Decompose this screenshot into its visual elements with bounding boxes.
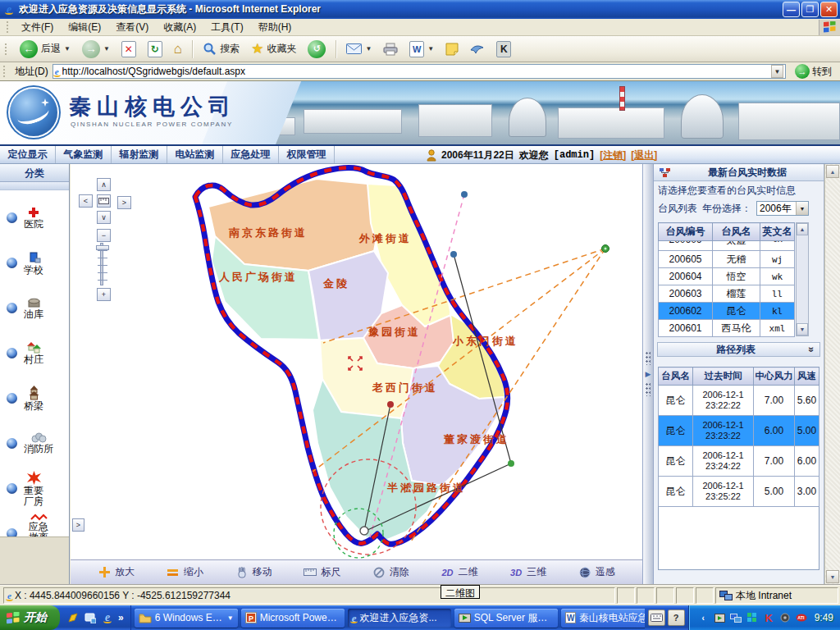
scroll-down-icon[interactable]: ▼ [797,323,808,336]
sidebar-layer-item[interactable]: 医院 [0,195,69,240]
menu-item[interactable]: 帮助(H) [251,20,299,34]
favorites-button[interactable]: ★ 收藏夹 [247,39,300,59]
pan-left-button[interactable]: < [79,194,93,208]
map-tool-button[interactable]: 2D二维 [441,565,477,579]
map-tool-button[interactable]: 缩小 [167,565,203,579]
page-scroll-down-icon[interactable]: ▼ [826,570,839,583]
menu-item[interactable]: 收藏(A) [156,20,203,34]
quicklaunch-pen-icon[interactable] [66,611,80,624]
panel-splitter[interactable]: ▶ [642,164,654,584]
table-row[interactable]: 200605无稽wj [659,251,795,268]
group-dropdown-icon[interactable]: ▼ [227,614,234,622]
table-row[interactable]: 200603榴莲ll [659,285,795,303]
collapse-panel-icon[interactable]: ▶ [646,370,651,378]
zoom-out-step-button[interactable]: − [97,229,111,242]
back-button[interactable]: ← 后退 ▼ [16,39,75,60]
map-tool-button[interactable]: 清除 [372,565,409,579]
zoom-slider[interactable] [100,243,103,285]
go-button[interactable]: → 转到 [790,64,837,79]
map-tool-button[interactable]: 放大 [98,565,135,579]
page-scrollbar[interactable]: ▲ ▼ [824,164,840,584]
map-tool-button[interactable]: 3D三维 [509,565,546,579]
sidebar-layer-item[interactable]: 消防所 [0,421,69,466]
sidebar-layer-item[interactable]: 油库 [0,285,69,331]
table-row[interactable]: 200601西马伦xml [659,320,795,337]
history-button[interactable]: ↺ [304,39,330,60]
back-dropdown-icon[interactable]: ▼ [64,45,71,52]
hide-icons-chevron[interactable]: ‹ [697,612,710,624]
home-button[interactable]: ⌂ [170,39,186,59]
map-canvas[interactable]: 南京东路街道外滩街道人民广场街道金陵豫园街道小东门街道老西门街道董家渡街道半淞园… [71,164,642,559]
table-row[interactable]: 200604悟空wk [659,268,795,285]
taskbar-button[interactable]: e欢迎进入应急资... [348,609,451,628]
chevron-down-icon[interactable]: » [806,347,818,353]
nav-tab[interactable]: 气象监测 [56,146,112,163]
nav-tab[interactable]: 定位显示 [0,146,56,163]
mail-dropdown-icon[interactable]: ▼ [365,45,372,52]
tray-sql-icon[interactable] [714,612,726,624]
table-row[interactable]: 200606太虚tx [659,241,795,251]
stop-button[interactable]: ✕ [117,39,140,59]
help-icon[interactable]: ? [668,609,685,626]
table-row[interactable]: 昆仑2006-12-1 23:23:226.005.00 [659,416,819,446]
sidebar-layer-item[interactable]: 学校 [0,240,69,285]
taskbar-button[interactable]: SQL Server 服务... [454,609,558,628]
layer-toggle-sphere[interactable] [7,303,17,313]
menu-item[interactable]: 文件(F) [14,20,61,34]
year-dropdown-icon[interactable]: ▼ [796,202,808,215]
nav-tab[interactable]: 辐射监测 [112,146,167,163]
nav-tab[interactable]: 电站监测 [167,146,223,163]
taskbar-button[interactable]: PMicrosoft PowerP... [241,609,345,628]
layer-toggle-sphere[interactable] [7,348,17,358]
restore-button[interactable]: ❐ [801,2,819,17]
mail-button[interactable]: ▼ [342,42,376,56]
layer-toggle-sphere[interactable] [7,212,17,223]
path-list-bar[interactable]: 路径列表 » [657,342,820,357]
sidebar-expand-button[interactable]: > [72,518,84,532]
ruler-mode-button[interactable] [97,194,111,208]
kaspersky-button[interactable]: K [492,39,515,59]
address-dropdown-icon[interactable]: ▼ [771,65,783,78]
messenger-button[interactable] [441,41,463,57]
tray-network-icon[interactable] [730,612,742,624]
zoom-in-step-button[interactable]: + [97,288,111,301]
refresh-button[interactable]: ↻ [144,39,167,59]
layer-toggle-sphere[interactable] [7,393,17,404]
nav-tab[interactable]: 应急处理 [223,146,279,163]
map-tool-button[interactable]: 遥感 [578,565,615,579]
tray-media-icon[interactable] [779,612,792,624]
map-tool-button[interactable]: 标尺 [304,565,340,579]
table-row[interactable]: 200602昆仑kl [659,303,795,320]
edit-dropdown-icon[interactable]: ▼ [427,45,434,52]
keyboard-icon[interactable] [648,609,665,626]
year-select[interactable]: 2006年 ▼ [756,201,809,216]
flashget-button[interactable] [466,42,489,57]
table-row[interactable]: 昆仑2006-12-1 23:24:227.006.00 [659,446,819,477]
sidebar-layer-item[interactable]: 重要 厂房 [0,466,69,511]
layer-toggle-sphere[interactable] [7,258,17,268]
start-button[interactable]: 开始 [0,605,60,630]
show-desktop-icon[interactable] [84,611,97,624]
table-row[interactable]: 昆仑2006-12-1 23:25:225.003.00 [659,477,819,507]
menu-item[interactable]: 工具(T) [203,20,250,34]
close-button[interactable]: ✕ [820,2,838,17]
pan-right-button[interactable]: > [117,196,131,209]
forward-dropdown-icon[interactable]: ▼ [103,45,110,52]
print-button[interactable] [379,41,402,57]
tray-grid-icon[interactable] [746,612,759,624]
tray-ati-icon[interactable]: ATI [796,612,808,624]
taskbar-button[interactable]: 6 Windows Expl...▼ [135,609,238,628]
map-tool-button[interactable]: 移动 [235,565,272,579]
zoom-slider-thumb[interactable] [96,245,109,250]
menu-item[interactable]: 查看(V) [108,20,156,34]
nav-tab[interactable]: 权限管理 [279,146,335,163]
page-scroll-up-icon[interactable]: ▲ [826,165,839,178]
edit-word-button[interactable]: W ▼ [405,39,438,59]
sidebar-layer-item[interactable]: 桥梁 [0,376,69,421]
address-input[interactable]: e http://localhost/QSgridwebgis/default.… [52,64,786,79]
sidebar-layer-item[interactable]: 村庄 [0,331,69,376]
minimize-button[interactable]: — [783,2,800,17]
taskbar-button[interactable]: W秦山核电站应急... [561,609,645,628]
scroll-up-icon[interactable]: ▲ [797,223,808,235]
pan-up-button[interactable]: ∧ [97,178,111,191]
